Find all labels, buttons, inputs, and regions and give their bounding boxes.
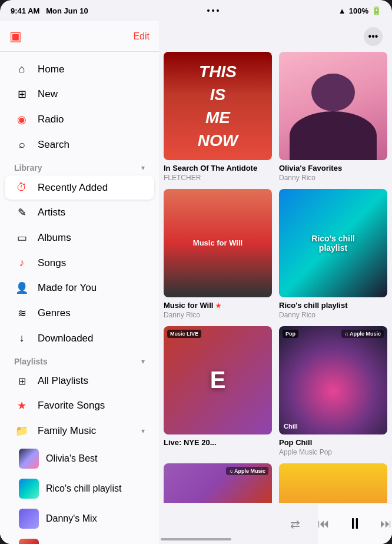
nav-label-all-playlists: All Playlists [38,375,88,387]
album-card-live[interactable]: Music LIVE E Live: NYE 20... [164,326,272,456]
olivia-avatar-art [279,52,387,160]
next-button[interactable]: ⏭ [380,513,392,535]
shuffle-button[interactable]: ⇄ [290,513,300,535]
album-artist-rico-playlist: Danny Rico [279,311,387,319]
nav-label-favorite-songs: Favorite Songs [38,400,105,412]
album-title-pop-chill: Pop Chill [279,438,387,448]
main-content: ▣ Edit ⌂ Home ⊞ New ◉ Radio ⌕ [0,21,392,544]
library-section-header[interactable]: Library ▾ [5,157,154,175]
album-grid: THISISMENOW In Search Of The Antidote FL… [159,52,392,503]
nav-item-new[interactable]: ⊞ New [5,82,154,107]
live-badge: Music LIVE [167,330,201,338]
album-title-rico-playlist: Rico's chill playlist [279,301,387,311]
play-pause-button[interactable]: ⏸ [347,513,363,535]
home-icon: ⌂ [14,63,29,75]
prev-button[interactable]: ⏮ [318,513,330,535]
apple-music-badge-pop: ♫ Apple Music [341,330,384,338]
sidebar: ▣ Edit ⌂ Home ⊞ New ◉ Radio ⌕ [0,21,159,544]
radio-icon: ◉ [14,113,29,126]
all-playlists-icon: ⊞ [14,376,29,387]
family-music-chevron: ▾ [141,427,145,435]
status-time: 9:41 AM Mon Jun 10 [11,6,88,15]
favorite-songs-icon: ★ [14,399,29,412]
family-music-icon: 📁 [14,424,29,437]
album-card-musicwill[interactable]: Music for Will Music for Will ★ Danny Ri… [164,189,272,319]
nav-label-new: New [38,88,58,100]
album-card-pop-chill[interactable]: Pop ♫ Apple Music Chill Pop Chill Apple … [279,326,387,456]
dot3 [217,9,219,12]
edit-button[interactable]: Edit [133,31,150,42]
sub-item-olivias-best[interactable]: Olivia's Best [5,444,154,473]
status-center [207,9,219,12]
album-art-live: Music LIVE E [164,326,272,434]
album-artist-musicwill: Danny Rico [164,311,272,319]
album-artist-olivias-favorites: Danny Rico [279,174,387,182]
playlists-section-header[interactable]: Playlists ▾ [5,351,154,369]
artists-icon: ✎ [14,206,29,219]
nav-item-downloaded[interactable]: ↓ Downloaded [5,326,154,350]
dannys-mix-thumb [19,509,39,529]
dot2 [212,9,214,12]
search-icon: ⌕ [14,138,29,151]
battery-level: 100% [349,6,368,15]
album-art-yellow [279,463,387,503]
album-card-antidote[interactable]: THISISMENOW In Search Of The Antidote FL… [164,52,272,182]
more-button[interactable]: ••• [364,27,383,46]
album-art-musicwill: Music for Will [164,189,272,297]
next-icon: ⏭ [380,517,392,530]
library-icon: ▣ [9,29,22,44]
library-chevron: ▾ [141,164,145,172]
album-art-antidote: THISISMENOW [164,52,272,160]
album-art-in-my-room: ♫ Apple Music [164,463,272,503]
nav-item-artists[interactable]: ✎ Artists [5,200,154,225]
nav-label-songs: Songs [38,257,66,269]
play-pause-icon: ⏸ [347,515,363,533]
album-art-pop-chill: Pop ♫ Apple Music Chill [279,326,387,434]
nav-item-made-for-you[interactable]: 👤 Made for You [5,276,154,300]
nav-label-made-for-you: Made for You [38,282,97,294]
downloaded-icon: ↓ [14,332,29,344]
right-header: ••• [159,21,392,52]
album-card-olivias-favorites[interactable]: Olivia's Favorites Danny Rico [279,52,387,182]
nav-item-search[interactable]: ⌕ Search [5,132,154,157]
playlists-label: Playlists [14,357,48,366]
shuffle-icon: ⇄ [290,517,300,531]
ipad-frame: 9:41 AM Mon Jun 10 ▲ 100% 🔋 ▣ Edit ⌂ [0,0,392,544]
album-card-rico-playlist[interactable]: Rico's chillplaylist Rico's chill playli… [279,189,387,319]
dot1 [207,9,210,12]
nav-item-genres[interactable]: ≋ Genres [5,301,154,326]
nav-item-recently-added[interactable]: ⏱ Recently Added [5,175,154,200]
prev-icon: ⏮ [318,517,330,530]
sub-item-music-for-will[interactable]: Music for Will [5,534,154,544]
nav-item-family-music[interactable]: 📁 Family Music ▾ [5,419,154,443]
nav-label-recently-added: Recently Added [38,182,108,194]
album-card-yellow[interactable] [279,463,387,503]
star-musicwill: ★ [215,302,221,309]
new-icon: ⊞ [14,88,29,101]
nav-label-albums: Albums [38,232,71,244]
library-label: Library [14,163,42,173]
sub-item-ricos-chill[interactable]: Rico's chill playlist [5,474,154,503]
nav-label-radio: Radio [38,114,64,125]
playlists-chevron: ▾ [141,357,145,366]
pop-badge: Pop [283,330,298,338]
apple-music-badge-room: ♫ Apple Music [226,467,268,475]
album-card-in-my-room[interactable]: ♫ Apple Music In My Room Apple Music Pop [164,463,272,503]
nav-item-songs[interactable]: ♪ Songs [5,251,154,275]
more-icon: ••• [368,31,378,42]
nav-item-home[interactable]: ⌂ Home [5,57,154,81]
nav-item-favorite-songs[interactable]: ★ Favorite Songs [5,393,154,418]
nav-label-genres: Genres [38,307,71,319]
made-for-you-icon: 👤 [14,281,29,294]
nav-item-radio[interactable]: ◉ Radio [5,107,154,132]
album-art-olivias-favorites [279,52,387,160]
nav-label-search: Search [38,139,69,151]
album-artist-antidote: FLETCHER [164,174,272,182]
songs-icon: ♪ [14,257,29,269]
genres-icon: ≋ [14,307,29,320]
status-bar: 9:41 AM Mon Jun 10 ▲ 100% 🔋 [0,0,392,21]
right-panel: ••• THISISMENOW In Search Of The Antidot… [159,21,392,544]
sub-item-dannys-mix[interactable]: Danny's Mix [5,504,154,533]
nav-item-all-playlists[interactable]: ⊞ All Playlists [5,369,154,393]
nav-item-albums[interactable]: ▭ Albums [5,225,154,250]
